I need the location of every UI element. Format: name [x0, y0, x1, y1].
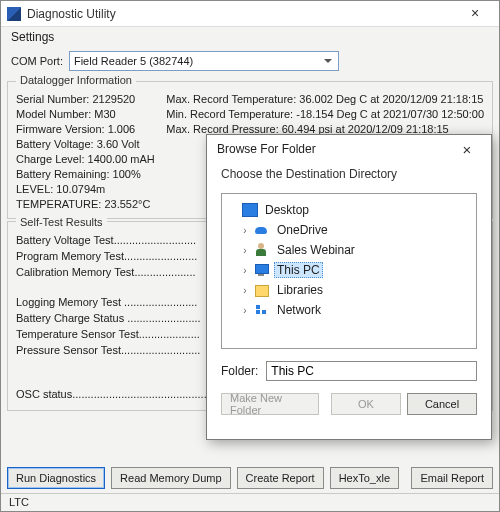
menubar: Settings	[1, 27, 499, 47]
info-level: LEVEL: 10.0794m	[16, 182, 156, 197]
create-report-button[interactable]: Create Report	[237, 467, 324, 489]
cancel-button[interactable]: Cancel	[407, 393, 477, 415]
user-icon	[254, 243, 270, 257]
menu-settings[interactable]: Settings	[11, 30, 54, 44]
titlebar: Diagnostic Utility ×	[1, 1, 499, 27]
info-serial: Serial Number: 2129520	[16, 92, 156, 107]
make-new-folder-button: Make New Folder	[221, 393, 319, 415]
cloud-icon	[254, 223, 270, 237]
info-left: Serial Number: 2129520 Model Number: M30…	[16, 92, 156, 212]
folder-label: Folder:	[221, 364, 258, 378]
app-icon	[7, 7, 21, 21]
run-diagnostics-button[interactable]: Run Diagnostics	[7, 467, 105, 489]
email-report-button[interactable]: Email Report	[411, 467, 493, 489]
selftest-legend: Self-Test Results	[16, 214, 107, 230]
chevron-right-icon[interactable]: ›	[240, 265, 250, 276]
button-bar: Run Diagnostics Read Memory Dump Create …	[7, 467, 493, 489]
node-label: Network	[274, 303, 324, 317]
info-mint: Min. Record Temperature: -18.154 Deg C a…	[166, 107, 484, 122]
close-icon[interactable]: ×	[457, 4, 493, 24]
info-temp: TEMPERATURE: 23.552°C	[16, 197, 156, 212]
tree-node-thispc[interactable]: › This PC	[226, 260, 472, 280]
tree-node-libraries[interactable]: › Libraries	[226, 280, 472, 300]
window-title: Diagnostic Utility	[27, 7, 457, 21]
pc-icon	[254, 263, 270, 277]
node-label: OneDrive	[274, 223, 331, 237]
dialog-subtitle: Choose the Destination Directory	[207, 163, 491, 189]
chevron-right-icon[interactable]: ›	[240, 305, 250, 316]
node-label: Desktop	[262, 203, 312, 217]
tree-node-onedrive[interactable]: › OneDrive	[226, 220, 472, 240]
status-bar: LTC	[1, 493, 499, 511]
info-fw: Firmware Version: 1.006	[16, 122, 156, 137]
info-batt-v: Battery Voltage: 3.60 Volt	[16, 137, 156, 152]
dialog-title: Browse For Folder	[217, 142, 316, 156]
desktop-icon	[242, 203, 258, 217]
tree-node-sales[interactable]: › Sales Webinar	[226, 240, 472, 260]
comport-value: Field Reader 5 (382744)	[74, 55, 193, 67]
network-icon	[254, 303, 270, 317]
info-batt-r: Battery Remaining: 100%	[16, 167, 156, 182]
node-label: Sales Webinar	[274, 243, 358, 257]
libraries-icon	[254, 283, 270, 297]
hexto-xle-button[interactable]: HexTo_xle	[330, 467, 399, 489]
info-legend: Datalogger Information	[16, 74, 136, 86]
tree-node-desktop[interactable]: Desktop	[226, 200, 472, 220]
comport-combo[interactable]: Field Reader 5 (382744)	[69, 51, 339, 71]
chevron-right-icon[interactable]: ›	[240, 245, 250, 256]
read-memory-button[interactable]: Read Memory Dump	[111, 467, 230, 489]
folder-tree[interactable]: Desktop › OneDrive › Sales Webinar › Thi…	[221, 193, 477, 349]
dialog-close-icon[interactable]: ×	[453, 141, 481, 158]
info-maxt: Max. Record Temperature: 36.002 Deg C at…	[166, 92, 484, 107]
browse-folder-dialog: Browse For Folder × Choose the Destinati…	[206, 134, 492, 440]
chevron-right-icon[interactable]: ›	[240, 285, 250, 296]
ok-button: OK	[331, 393, 401, 415]
dialog-buttons: Make New Folder OK Cancel	[207, 385, 491, 427]
tree-node-network[interactable]: › Network	[226, 300, 472, 320]
folder-input[interactable]	[266, 361, 477, 381]
info-charge: Charge Level: 1400.00 mAH	[16, 152, 156, 167]
node-label: This PC	[274, 262, 323, 278]
dialog-titlebar: Browse For Folder ×	[207, 135, 491, 163]
folder-row: Folder:	[207, 353, 491, 385]
comport-label: COM Port:	[11, 55, 63, 67]
node-label: Libraries	[274, 283, 326, 297]
info-model: Model Number: M30	[16, 107, 156, 122]
chevron-right-icon[interactable]: ›	[240, 225, 250, 236]
